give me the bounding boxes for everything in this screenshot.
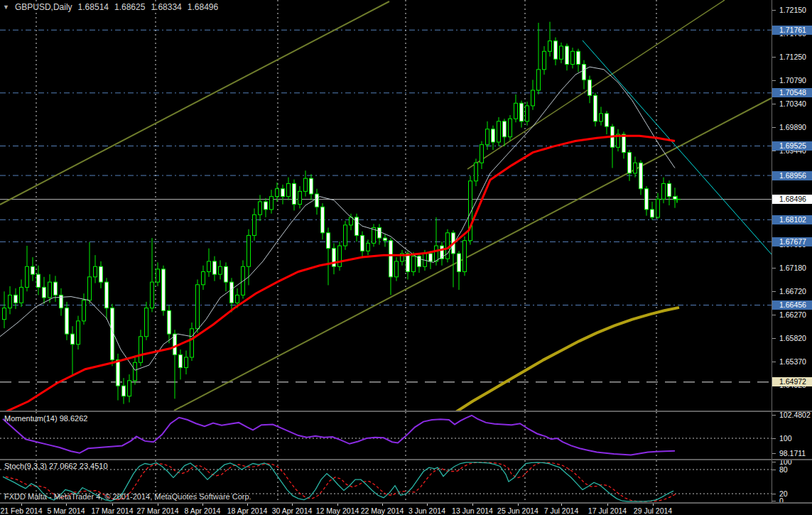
candle[interactable] bbox=[65, 302, 69, 340]
candle[interactable] bbox=[77, 316, 80, 349]
candle[interactable] bbox=[571, 48, 575, 68]
candle[interactable] bbox=[315, 189, 319, 215]
candle[interactable] bbox=[543, 46, 546, 75]
candle[interactable] bbox=[37, 266, 40, 296]
candle[interactable] bbox=[577, 49, 580, 72]
candle[interactable] bbox=[281, 185, 285, 205]
candle[interactable] bbox=[173, 330, 177, 399]
candle[interactable] bbox=[509, 115, 512, 141]
panel-divider[interactable] bbox=[0, 459, 812, 460]
candle[interactable] bbox=[185, 350, 188, 374]
candle[interactable] bbox=[395, 257, 399, 281]
momentum-indicator-panel[interactable] bbox=[0, 412, 772, 459]
candle[interactable] bbox=[168, 305, 171, 343]
candle[interactable] bbox=[264, 198, 268, 217]
candle[interactable] bbox=[128, 374, 131, 402]
candle[interactable] bbox=[617, 129, 620, 151]
candle[interactable] bbox=[82, 293, 86, 325]
candle[interactable] bbox=[429, 251, 433, 269]
candle[interactable] bbox=[253, 208, 256, 240]
candle[interactable] bbox=[71, 326, 75, 375]
candle[interactable] bbox=[105, 278, 109, 319]
candle[interactable] bbox=[480, 141, 484, 169]
candle[interactable] bbox=[492, 126, 495, 150]
panel-divider[interactable] bbox=[0, 411, 812, 412]
candle[interactable] bbox=[14, 288, 18, 309]
candle[interactable] bbox=[122, 378, 126, 404]
trendline-steep[interactable] bbox=[467, 0, 725, 169]
candle[interactable] bbox=[475, 158, 478, 186]
candle[interactable] bbox=[179, 349, 183, 379]
candle[interactable] bbox=[304, 170, 308, 197]
candle[interactable] bbox=[298, 186, 302, 208]
candle[interactable] bbox=[452, 230, 455, 287]
candle[interactable] bbox=[384, 234, 387, 247]
candle[interactable] bbox=[583, 60, 586, 90]
price-axis[interactable]: 1.721501.717001.712501.707901.703401.698… bbox=[772, 0, 812, 504]
momentum-line[interactable] bbox=[3, 416, 675, 455]
candle[interactable] bbox=[361, 232, 364, 258]
candle[interactable] bbox=[26, 246, 29, 291]
candle[interactable] bbox=[99, 261, 103, 288]
candle[interactable] bbox=[526, 102, 529, 126]
candle[interactable] bbox=[9, 286, 12, 314]
candle[interactable] bbox=[628, 150, 632, 181]
candle[interactable] bbox=[213, 256, 217, 281]
candle[interactable] bbox=[156, 262, 160, 286]
candle[interactable] bbox=[207, 249, 211, 277]
candle[interactable] bbox=[310, 174, 313, 200]
candle[interactable] bbox=[196, 279, 200, 332]
candle[interactable] bbox=[634, 156, 637, 177]
candle[interactable] bbox=[611, 124, 615, 168]
candle[interactable] bbox=[548, 22, 552, 57]
candle[interactable] bbox=[554, 38, 558, 65]
candle[interactable] bbox=[600, 107, 603, 125]
candle[interactable] bbox=[94, 255, 97, 283]
candle[interactable] bbox=[162, 266, 166, 316]
candle[interactable] bbox=[139, 330, 143, 366]
candle[interactable] bbox=[662, 178, 666, 204]
candle[interactable] bbox=[463, 237, 467, 276]
candle[interactable] bbox=[88, 242, 92, 304]
candle[interactable] bbox=[242, 260, 245, 298]
candle[interactable] bbox=[565, 43, 569, 70]
candle[interactable] bbox=[111, 304, 114, 367]
candle[interactable] bbox=[270, 190, 274, 214]
candle[interactable] bbox=[560, 43, 563, 63]
candle[interactable] bbox=[588, 76, 592, 104]
candle[interactable] bbox=[219, 260, 222, 279]
candle[interactable] bbox=[338, 242, 342, 271]
candle[interactable] bbox=[668, 180, 671, 205]
candle[interactable] bbox=[3, 291, 6, 328]
candle[interactable] bbox=[355, 214, 359, 242]
candle[interactable] bbox=[537, 23, 541, 94]
candle[interactable] bbox=[344, 221, 347, 250]
candle[interactable] bbox=[503, 119, 507, 146]
candle[interactable] bbox=[145, 302, 148, 340]
candle[interactable] bbox=[389, 238, 393, 295]
channel-upper[interactable] bbox=[0, 1, 389, 205]
candle[interactable] bbox=[287, 178, 291, 200]
candle[interactable] bbox=[446, 229, 450, 263]
candle[interactable] bbox=[401, 250, 404, 266]
candle[interactable] bbox=[673, 188, 677, 207]
candle[interactable] bbox=[639, 161, 643, 195]
candle[interactable] bbox=[605, 111, 609, 134]
candle[interactable] bbox=[321, 203, 325, 239]
candle[interactable] bbox=[60, 288, 63, 316]
candle[interactable] bbox=[224, 262, 228, 291]
channel-lower[interactable] bbox=[174, 98, 772, 411]
candle[interactable] bbox=[645, 186, 649, 216]
candle[interactable] bbox=[259, 195, 262, 221]
candle[interactable] bbox=[497, 117, 501, 146]
candle[interactable] bbox=[43, 277, 46, 304]
candle[interactable] bbox=[20, 279, 23, 307]
ma-slow-line[interactable] bbox=[455, 308, 679, 411]
candle[interactable] bbox=[151, 238, 154, 312]
candle[interactable] bbox=[531, 80, 535, 109]
candle[interactable] bbox=[418, 253, 421, 273]
symbol-dropdown-icon[interactable]: ▼ bbox=[3, 4, 9, 11]
candle[interactable] bbox=[190, 322, 194, 361]
candle[interactable] bbox=[440, 242, 444, 266]
candle[interactable] bbox=[276, 183, 279, 202]
